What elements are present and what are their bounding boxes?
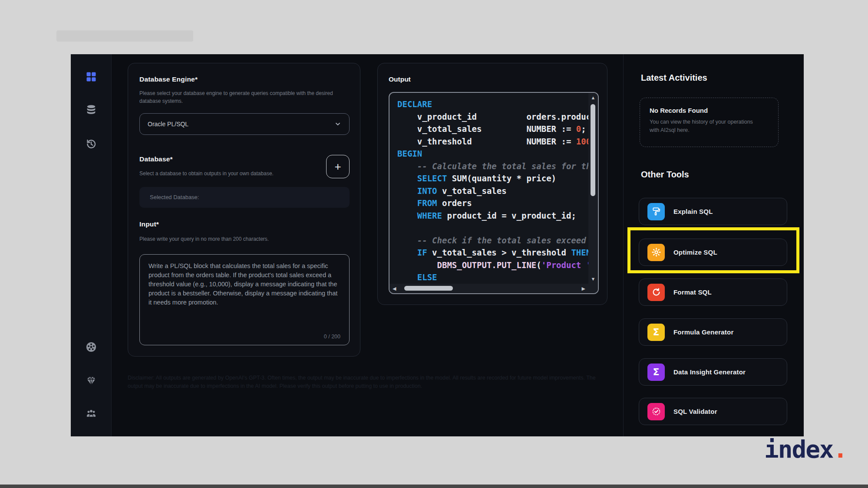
code-line: SELECT SUM(quantity * price) [397,172,588,185]
code-line: INTO v_total_sales [397,185,588,197]
database-engine-help: Please select your database engine to ge… [139,89,349,105]
tool-label: SQL Validator [673,408,717,415]
app-window: Database Engine* Please select your data… [71,54,804,436]
dashboard-grid-icon[interactable] [85,71,97,83]
selected-database-field: Selected Database: [139,187,350,208]
code-line [397,222,588,234]
sigma-icon: Σ [647,364,665,381]
gear-icon [647,244,665,261]
code-output-box: DECLARE v_product_id orders.product_id%T… [389,92,599,294]
main-area: Database Engine* Please select your data… [112,54,623,436]
index-logo-dot: . [833,435,847,463]
tool-label: Optimize SQL [673,249,717,256]
refresh-icon [647,284,665,301]
database-engine-value: Oracle PL/SQL [148,121,188,128]
code-line: v_product_id orders.product_id%TYPE; [397,111,588,123]
support-icon[interactable] [85,341,97,353]
team-icon[interactable] [85,407,97,419]
char-counter: 0 / 200 [324,334,340,340]
code-line: FROM orders [397,197,588,210]
input-help: Please write your query in no more than … [139,235,349,243]
query-textarea-wrapper: Write a PL/SQL block that calculates the… [139,254,350,345]
bottom-strip [0,485,868,488]
chevron-down-icon [334,121,341,128]
tool-label: Format SQL [673,288,712,296]
vertical-scrollbar[interactable]: ▲ ▼ [588,93,598,284]
output-label: Output [389,75,411,83]
scroll-left-arrow-icon[interactable]: ◀ [393,284,396,293]
scroll-up-arrow-icon[interactable]: ▲ [588,94,598,102]
no-records-title: No Records Found [650,107,769,114]
database-label: Database* [139,155,173,163]
tool-label: Explain SQL [673,208,713,215]
horizontal-scroll-thumb[interactable] [404,286,453,291]
tool-item[interactable]: ΣFormula Generator [639,318,787,346]
code-line: ELSE [397,271,588,284]
desktop-artifact [56,30,193,42]
database-engine-select[interactable]: Oracle PL/SQL [139,113,350,135]
tool-label: Formula Generator [673,328,733,336]
right-sidebar: Latest Activities No Records Found You c… [623,54,804,436]
vertical-scroll-thumb[interactable] [591,104,595,196]
input-label: Input* [139,220,159,228]
index-logo-text: index [764,435,833,463]
code-line: v_threshold NUMBER := 10000; [397,135,588,148]
output-card: Output DECLARE v_product_id orders.produ… [377,63,607,305]
latest-activities-title: Latest Activities [641,73,707,83]
tool-item[interactable]: Optimize SQL [639,239,787,266]
code-line: BEGIN [397,147,588,160]
code-line: DBMS_OUTPUT.PUT_LINE('Product ' || v_pro… [397,259,588,272]
tool-item[interactable]: Format SQL [639,278,787,306]
brush-icon [647,203,665,220]
no-records-text: You can view the history of your operati… [650,118,762,134]
horizontal-scrollbar[interactable]: ◀ ▶ [389,284,598,293]
left-sidebar [71,54,112,436]
database-help: Select a database to obtain outputs in y… [139,170,349,177]
tool-item[interactable]: SQL Validator [639,398,787,425]
query-form-card: Database Engine* Please select your data… [128,63,360,357]
badge-check-icon [647,403,665,420]
tool-item[interactable]: ΣData Insight Generator [639,358,787,386]
index-logo: index. [764,435,847,463]
code-line: DECLARE [397,98,588,111]
code-line: IF v_total_sales > v_threshold THEN [397,246,588,259]
code-line: -- Check if the total sales exceed the t… [397,234,588,247]
history-icon[interactable] [85,138,97,150]
other-tools-title: Other Tools [641,170,689,180]
database-icon[interactable] [85,104,97,116]
scroll-right-arrow-icon[interactable]: ▶ [582,284,585,293]
disclaimer-text: Disclaimer: All outputs are generated by… [128,374,599,391]
scroll-down-arrow-icon[interactable]: ▼ [588,275,598,283]
premium-icon[interactable] [85,375,97,387]
sigma-icon: Σ [647,324,665,341]
no-records-card: No Records Found You can view the histor… [640,98,779,147]
code-content: DECLARE v_product_id orders.product_id%T… [389,93,588,284]
tool-label: Data Insight Generator [673,368,746,376]
database-engine-label: Database Engine* [139,75,198,83]
code-line: v_total_sales NUMBER := 0; [397,123,588,135]
code-line: -- Calculate the total sales for the spe… [397,160,588,173]
query-input[interactable]: Write a PL/SQL block that calculates the… [140,255,349,329]
tool-item[interactable]: Explain SQL [639,198,787,225]
code-line: WHERE product_id = v_product_id; [397,210,588,222]
